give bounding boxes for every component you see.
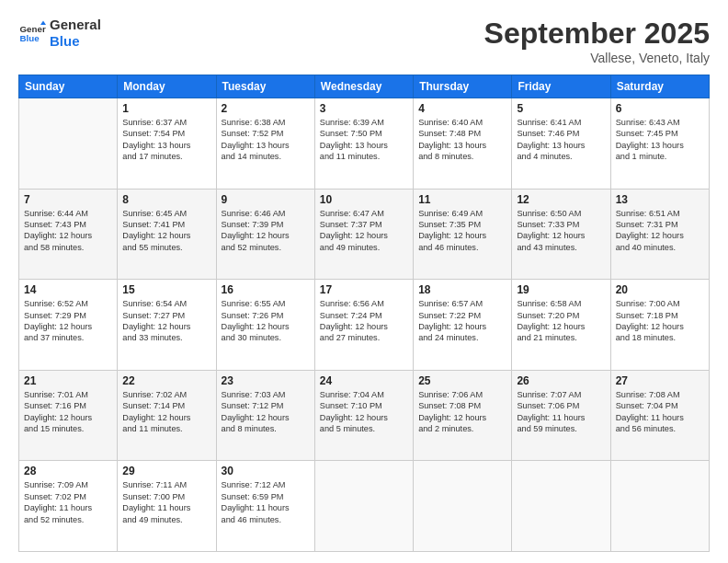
calendar-cell: 22Sunrise: 7:02 AMSunset: 7:14 PMDayligh… bbox=[118, 370, 216, 461]
cell-info: Sunrise: 6:51 AMSunset: 7:31 PMDaylight:… bbox=[616, 208, 704, 254]
svg-text:General: General bbox=[20, 24, 47, 34]
day-number: 22 bbox=[122, 374, 210, 387]
cell-info: Sunrise: 7:03 AMSunset: 7:12 PMDaylight:… bbox=[222, 389, 310, 435]
calendar-cell: 23Sunrise: 7:03 AMSunset: 7:12 PMDayligh… bbox=[216, 370, 314, 461]
logo-icon: General Blue bbox=[18, 19, 46, 47]
calendar-cell bbox=[19, 98, 118, 190]
cell-info: Sunrise: 6:47 AMSunset: 7:37 PMDaylight:… bbox=[320, 208, 408, 254]
day-number: 15 bbox=[122, 283, 210, 296]
day-number: 6 bbox=[616, 102, 704, 115]
calendar-week-row: 7Sunrise: 6:44 AMSunset: 7:43 PMDaylight… bbox=[19, 189, 710, 280]
calendar-cell: 8Sunrise: 6:45 AMSunset: 7:41 PMDaylight… bbox=[118, 189, 216, 280]
calendar-cell: 27Sunrise: 7:08 AMSunset: 7:04 PMDayligh… bbox=[610, 370, 709, 461]
weekday-header-thursday: Thursday bbox=[414, 75, 512, 98]
cell-info: Sunrise: 6:58 AMSunset: 7:20 PMDaylight:… bbox=[517, 298, 605, 344]
cell-info: Sunrise: 7:08 AMSunset: 7:04 PMDaylight:… bbox=[616, 389, 704, 435]
calendar-cell: 14Sunrise: 6:52 AMSunset: 7:29 PMDayligh… bbox=[19, 280, 118, 371]
day-number: 13 bbox=[616, 193, 704, 206]
cell-info: Sunrise: 7:01 AMSunset: 7:16 PMDaylight:… bbox=[24, 389, 112, 435]
day-number: 10 bbox=[320, 193, 408, 206]
logo-line2: Blue bbox=[50, 33, 101, 50]
calendar-cell: 20Sunrise: 7:00 AMSunset: 7:18 PMDayligh… bbox=[610, 280, 709, 371]
cell-info: Sunrise: 7:07 AMSunset: 7:06 PMDaylight:… bbox=[517, 389, 605, 435]
cell-info: Sunrise: 7:00 AMSunset: 7:18 PMDaylight:… bbox=[616, 298, 704, 344]
calendar-cell: 13Sunrise: 6:51 AMSunset: 7:31 PMDayligh… bbox=[610, 189, 709, 280]
day-number: 19 bbox=[517, 283, 605, 296]
calendar-cell: 30Sunrise: 7:12 AMSunset: 6:59 PMDayligh… bbox=[216, 461, 314, 552]
day-number: 16 bbox=[222, 283, 310, 296]
cell-info: Sunrise: 6:50 AMSunset: 7:33 PMDaylight:… bbox=[517, 208, 605, 254]
day-number: 9 bbox=[222, 193, 310, 206]
calendar-cell: 4Sunrise: 6:40 AMSunset: 7:48 PMDaylight… bbox=[414, 98, 512, 190]
day-number: 4 bbox=[418, 102, 506, 115]
cell-info: Sunrise: 6:39 AMSunset: 7:50 PMDaylight:… bbox=[320, 117, 408, 163]
cell-info: Sunrise: 6:57 AMSunset: 7:22 PMDaylight:… bbox=[418, 298, 506, 344]
weekday-header-monday: Monday bbox=[118, 75, 216, 98]
calendar-cell: 11Sunrise: 6:49 AMSunset: 7:35 PMDayligh… bbox=[414, 189, 512, 280]
cell-info: Sunrise: 6:37 AMSunset: 7:54 PMDaylight:… bbox=[122, 117, 210, 163]
cell-info: Sunrise: 6:56 AMSunset: 7:24 PMDaylight:… bbox=[320, 298, 408, 344]
title-block: September 2025 Vallese, Veneto, Italy bbox=[484, 17, 710, 65]
calendar-cell: 9Sunrise: 6:46 AMSunset: 7:39 PMDaylight… bbox=[216, 189, 314, 280]
calendar-cell bbox=[314, 461, 413, 552]
day-number: 5 bbox=[517, 102, 605, 115]
cell-info: Sunrise: 6:44 AMSunset: 7:43 PMDaylight:… bbox=[24, 208, 112, 254]
calendar-cell: 17Sunrise: 6:56 AMSunset: 7:24 PMDayligh… bbox=[314, 280, 413, 371]
calendar-cell: 26Sunrise: 7:07 AMSunset: 7:06 PMDayligh… bbox=[512, 370, 610, 461]
weekday-header-wednesday: Wednesday bbox=[314, 75, 413, 98]
svg-marker-2 bbox=[40, 21, 46, 26]
cell-info: Sunrise: 6:43 AMSunset: 7:45 PMDaylight:… bbox=[616, 117, 704, 163]
day-number: 24 bbox=[320, 374, 408, 387]
day-number: 30 bbox=[222, 465, 310, 477]
month-title: September 2025 bbox=[484, 17, 710, 51]
cell-info: Sunrise: 6:45 AMSunset: 7:41 PMDaylight:… bbox=[122, 208, 210, 254]
calendar-cell: 12Sunrise: 6:50 AMSunset: 7:33 PMDayligh… bbox=[512, 189, 610, 280]
calendar-cell: 25Sunrise: 7:06 AMSunset: 7:08 PMDayligh… bbox=[414, 370, 512, 461]
day-number: 12 bbox=[517, 193, 605, 206]
svg-text:Blue: Blue bbox=[20, 33, 40, 43]
calendar-header-row: SundayMondayTuesdayWednesdayThursdayFrid… bbox=[19, 75, 710, 98]
cell-info: Sunrise: 6:46 AMSunset: 7:39 PMDaylight:… bbox=[222, 208, 310, 254]
calendar-cell: 18Sunrise: 6:57 AMSunset: 7:22 PMDayligh… bbox=[414, 280, 512, 371]
weekday-header-sunday: Sunday bbox=[19, 75, 118, 98]
logo-line1: General bbox=[50, 17, 101, 33]
calendar-cell bbox=[512, 461, 610, 552]
cell-info: Sunrise: 6:41 AMSunset: 7:46 PMDaylight:… bbox=[517, 117, 605, 163]
day-number: 17 bbox=[320, 283, 408, 296]
cell-info: Sunrise: 7:06 AMSunset: 7:08 PMDaylight:… bbox=[418, 389, 506, 435]
calendar-cell: 2Sunrise: 6:38 AMSunset: 7:52 PMDaylight… bbox=[216, 98, 314, 190]
page: General Blue General Blue September 2025… bbox=[0, 0, 728, 563]
day-number: 2 bbox=[222, 102, 310, 115]
day-number: 20 bbox=[616, 283, 704, 296]
calendar-cell: 3Sunrise: 6:39 AMSunset: 7:50 PMDaylight… bbox=[314, 98, 413, 190]
calendar-week-row: 21Sunrise: 7:01 AMSunset: 7:16 PMDayligh… bbox=[19, 370, 710, 461]
day-number: 18 bbox=[418, 283, 506, 296]
calendar-week-row: 28Sunrise: 7:09 AMSunset: 7:02 PMDayligh… bbox=[19, 461, 710, 552]
location-subtitle: Vallese, Veneto, Italy bbox=[484, 51, 710, 65]
header: General Blue General Blue September 2025… bbox=[18, 17, 710, 65]
calendar-cell: 5Sunrise: 6:41 AMSunset: 7:46 PMDaylight… bbox=[512, 98, 610, 190]
calendar-cell bbox=[610, 461, 709, 552]
day-number: 29 bbox=[122, 465, 210, 477]
calendar-cell: 19Sunrise: 6:58 AMSunset: 7:20 PMDayligh… bbox=[512, 280, 610, 371]
calendar-week-row: 1Sunrise: 6:37 AMSunset: 7:54 PMDaylight… bbox=[19, 98, 710, 190]
cell-info: Sunrise: 7:09 AMSunset: 7:02 PMDaylight:… bbox=[24, 479, 112, 525]
cell-info: Sunrise: 6:38 AMSunset: 7:52 PMDaylight:… bbox=[222, 117, 310, 163]
cell-info: Sunrise: 6:54 AMSunset: 7:27 PMDaylight:… bbox=[122, 298, 210, 344]
cell-info: Sunrise: 7:12 AMSunset: 6:59 PMDaylight:… bbox=[222, 479, 310, 525]
calendar-cell: 29Sunrise: 7:11 AMSunset: 7:00 PMDayligh… bbox=[118, 461, 216, 552]
calendar-cell: 28Sunrise: 7:09 AMSunset: 7:02 PMDayligh… bbox=[19, 461, 118, 552]
calendar-cell: 6Sunrise: 6:43 AMSunset: 7:45 PMDaylight… bbox=[610, 98, 709, 190]
day-number: 26 bbox=[517, 374, 605, 387]
calendar-cell: 16Sunrise: 6:55 AMSunset: 7:26 PMDayligh… bbox=[216, 280, 314, 371]
calendar-table: SundayMondayTuesdayWednesdayThursdayFrid… bbox=[18, 75, 710, 552]
cell-info: Sunrise: 6:49 AMSunset: 7:35 PMDaylight:… bbox=[418, 208, 506, 254]
day-number: 11 bbox=[418, 193, 506, 206]
calendar-week-row: 14Sunrise: 6:52 AMSunset: 7:29 PMDayligh… bbox=[19, 280, 710, 371]
cell-info: Sunrise: 7:02 AMSunset: 7:14 PMDaylight:… bbox=[122, 389, 210, 435]
day-number: 7 bbox=[24, 193, 112, 206]
day-number: 21 bbox=[24, 374, 112, 387]
day-number: 3 bbox=[320, 102, 408, 115]
day-number: 28 bbox=[24, 465, 112, 477]
cell-info: Sunrise: 6:40 AMSunset: 7:48 PMDaylight:… bbox=[418, 117, 506, 163]
